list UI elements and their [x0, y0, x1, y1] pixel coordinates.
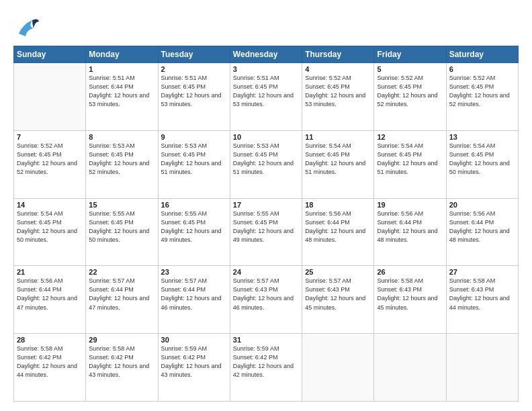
day-number: 17: [233, 201, 299, 209]
day-cell: 14Sunrise: 5:54 AMSunset: 6:45 PMDayligh…: [14, 198, 86, 266]
day-cell: 16Sunrise: 5:55 AMSunset: 6:45 PMDayligh…: [158, 198, 230, 266]
day-cell: 5Sunrise: 5:52 AMSunset: 6:45 PMDaylight…: [374, 63, 446, 131]
day-info: Sunrise: 5:58 AMSunset: 6:42 PMDaylight:…: [89, 345, 149, 378]
day-cell: 23Sunrise: 5:57 AMSunset: 6:44 PMDayligh…: [158, 266, 230, 334]
day-number: 9: [161, 133, 227, 141]
week-row-1: 1Sunrise: 5:51 AMSunset: 6:44 PMDaylight…: [14, 63, 519, 131]
day-cell: 12Sunrise: 5:54 AMSunset: 6:45 PMDayligh…: [374, 130, 446, 198]
weekday-tuesday: Tuesday: [158, 46, 230, 63]
weekday-wednesday: Wednesday: [230, 46, 302, 63]
day-number: 31: [233, 336, 299, 344]
day-number: 2: [161, 65, 227, 73]
weekday-sunday: Sunday: [14, 46, 86, 63]
week-row-5: 28Sunrise: 5:58 AMSunset: 6:42 PMDayligh…: [14, 334, 519, 402]
day-cell: 13Sunrise: 5:54 AMSunset: 6:45 PMDayligh…: [446, 130, 518, 198]
day-info: Sunrise: 5:56 AMSunset: 6:44 PMDaylight:…: [17, 277, 77, 310]
day-number: 8: [89, 133, 154, 141]
day-info: Sunrise: 5:52 AMSunset: 6:45 PMDaylight:…: [305, 75, 365, 107]
day-number: 21: [17, 268, 83, 276]
day-number: 6: [449, 65, 515, 73]
header: [13, 12, 519, 40]
day-cell: 31Sunrise: 5:59 AMSunset: 6:42 PMDayligh…: [230, 334, 302, 402]
week-row-3: 14Sunrise: 5:54 AMSunset: 6:45 PMDayligh…: [14, 198, 519, 266]
day-info: Sunrise: 5:54 AMSunset: 6:45 PMDaylight:…: [305, 142, 365, 175]
day-info: Sunrise: 5:55 AMSunset: 6:45 PMDaylight:…: [89, 210, 149, 243]
day-cell: [302, 334, 374, 402]
day-cell: 15Sunrise: 5:55 AMSunset: 6:45 PMDayligh…: [86, 198, 158, 266]
day-cell: 6Sunrise: 5:52 AMSunset: 6:45 PMDaylight…: [446, 63, 518, 131]
day-info: Sunrise: 5:57 AMSunset: 6:43 PMDaylight:…: [305, 277, 365, 310]
week-row-4: 21Sunrise: 5:56 AMSunset: 6:44 PMDayligh…: [14, 266, 519, 334]
day-cell: 17Sunrise: 5:55 AMSunset: 6:45 PMDayligh…: [230, 198, 302, 266]
day-cell: 1Sunrise: 5:51 AMSunset: 6:44 PMDaylight…: [86, 63, 158, 131]
day-info: Sunrise: 5:52 AMSunset: 6:45 PMDaylight:…: [17, 142, 77, 175]
day-number: 1: [89, 65, 154, 73]
weekday-monday: Monday: [86, 46, 158, 63]
day-cell: 26Sunrise: 5:58 AMSunset: 6:43 PMDayligh…: [374, 266, 446, 334]
day-number: 27: [449, 268, 515, 276]
day-cell: 10Sunrise: 5:53 AMSunset: 6:45 PMDayligh…: [230, 130, 302, 198]
day-number: 25: [305, 268, 371, 276]
day-info: Sunrise: 5:53 AMSunset: 6:45 PMDaylight:…: [233, 142, 294, 175]
day-number: 5: [377, 65, 443, 73]
day-cell: [446, 334, 518, 402]
page: SundayMondayTuesdayWednesdayThursdayFrid…: [0, 0, 532, 411]
day-number: 28: [17, 336, 83, 344]
day-info: Sunrise: 5:56 AMSunset: 6:44 PMDaylight:…: [305, 210, 365, 243]
day-number: 30: [161, 336, 227, 344]
day-cell: 22Sunrise: 5:57 AMSunset: 6:44 PMDayligh…: [86, 266, 158, 334]
day-number: 13: [449, 133, 515, 141]
day-info: Sunrise: 5:53 AMSunset: 6:45 PMDaylight:…: [161, 142, 222, 175]
day-info: Sunrise: 5:54 AMSunset: 6:45 PMDaylight:…: [17, 210, 77, 243]
day-number: 16: [161, 201, 227, 209]
day-info: Sunrise: 5:51 AMSunset: 6:45 PMDaylight:…: [233, 75, 294, 107]
day-number: 3: [233, 65, 299, 73]
logo-bird-icon: [13, 12, 42, 40]
day-info: Sunrise: 5:55 AMSunset: 6:45 PMDaylight:…: [233, 210, 294, 243]
weekday-friday: Friday: [374, 46, 446, 63]
day-cell: 30Sunrise: 5:59 AMSunset: 6:42 PMDayligh…: [158, 334, 230, 402]
day-number: 7: [17, 133, 83, 141]
day-number: 10: [233, 133, 299, 141]
day-info: Sunrise: 5:57 AMSunset: 6:43 PMDaylight:…: [233, 277, 294, 310]
day-cell: 29Sunrise: 5:58 AMSunset: 6:42 PMDayligh…: [86, 334, 158, 402]
day-info: Sunrise: 5:58 AMSunset: 6:42 PMDaylight:…: [17, 345, 77, 378]
day-info: Sunrise: 5:57 AMSunset: 6:44 PMDaylight:…: [89, 277, 149, 310]
day-info: Sunrise: 5:59 AMSunset: 6:42 PMDaylight:…: [233, 345, 294, 378]
day-number: 15: [89, 201, 154, 209]
day-cell: 8Sunrise: 5:53 AMSunset: 6:45 PMDaylight…: [86, 130, 158, 198]
day-number: 19: [377, 201, 443, 209]
day-info: Sunrise: 5:53 AMSunset: 6:45 PMDaylight:…: [89, 142, 149, 175]
day-info: Sunrise: 5:54 AMSunset: 6:45 PMDaylight:…: [377, 142, 437, 175]
day-cell: 27Sunrise: 5:58 AMSunset: 6:43 PMDayligh…: [446, 266, 518, 334]
day-cell: 18Sunrise: 5:56 AMSunset: 6:44 PMDayligh…: [302, 198, 374, 266]
day-number: 23: [161, 268, 227, 276]
weekday-thursday: Thursday: [302, 46, 374, 63]
day-cell: 21Sunrise: 5:56 AMSunset: 6:44 PMDayligh…: [14, 266, 86, 334]
day-cell: 24Sunrise: 5:57 AMSunset: 6:43 PMDayligh…: [230, 266, 302, 334]
day-cell: [14, 63, 86, 131]
day-cell: 28Sunrise: 5:58 AMSunset: 6:42 PMDayligh…: [14, 334, 86, 402]
weekday-saturday: Saturday: [446, 46, 518, 63]
weekday-header-row: SundayMondayTuesdayWednesdayThursdayFrid…: [14, 46, 519, 63]
day-info: Sunrise: 5:58 AMSunset: 6:43 PMDaylight:…: [377, 277, 437, 310]
day-cell: 3Sunrise: 5:51 AMSunset: 6:45 PMDaylight…: [230, 63, 302, 131]
day-info: Sunrise: 5:52 AMSunset: 6:45 PMDaylight:…: [449, 75, 510, 107]
week-row-2: 7Sunrise: 5:52 AMSunset: 6:45 PMDaylight…: [14, 130, 519, 198]
day-number: 11: [305, 133, 371, 141]
day-cell: [374, 334, 446, 402]
day-cell: 11Sunrise: 5:54 AMSunset: 6:45 PMDayligh…: [302, 130, 374, 198]
day-number: 14: [17, 201, 83, 209]
day-cell: 25Sunrise: 5:57 AMSunset: 6:43 PMDayligh…: [302, 266, 374, 334]
day-number: 12: [377, 133, 443, 141]
day-info: Sunrise: 5:52 AMSunset: 6:45 PMDaylight:…: [377, 75, 437, 107]
day-cell: 2Sunrise: 5:51 AMSunset: 6:45 PMDaylight…: [158, 63, 230, 131]
day-info: Sunrise: 5:57 AMSunset: 6:44 PMDaylight:…: [161, 277, 222, 310]
day-number: 22: [89, 268, 154, 276]
day-number: 29: [89, 336, 154, 344]
day-info: Sunrise: 5:55 AMSunset: 6:45 PMDaylight:…: [161, 210, 222, 243]
day-number: 24: [233, 268, 299, 276]
day-number: 26: [377, 268, 443, 276]
day-number: 4: [305, 65, 371, 73]
day-info: Sunrise: 5:54 AMSunset: 6:45 PMDaylight:…: [449, 142, 510, 175]
